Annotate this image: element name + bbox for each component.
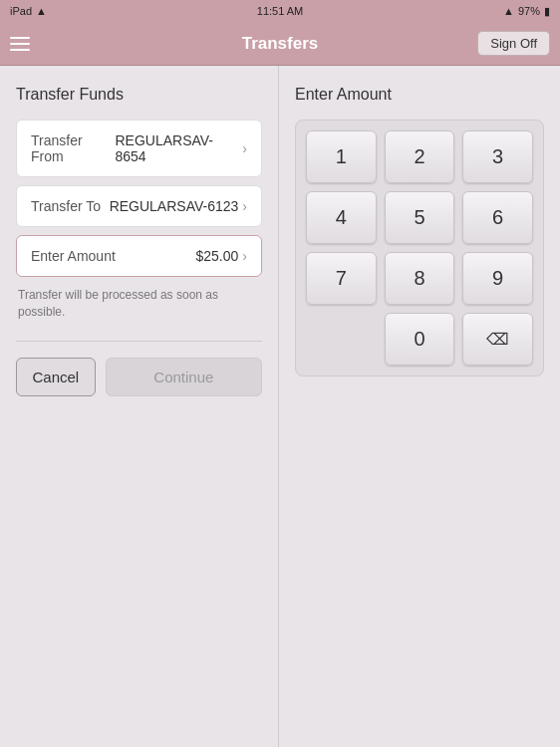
nav-bar: Transfers Sign Off: [0, 22, 560, 66]
key-8[interactable]: 8: [385, 252, 455, 305]
key-5[interactable]: 5: [385, 191, 455, 244]
transfer-from-value: REGULARSAV-8654 ›: [115, 132, 247, 164]
enter-amount-label: Enter Amount: [31, 248, 116, 264]
key-6[interactable]: 6: [462, 191, 533, 244]
key-4[interactable]: 4: [306, 191, 377, 244]
transfer-to-value: REGULARSAV-6123 ›: [110, 198, 247, 214]
key-2[interactable]: 2: [385, 130, 455, 183]
nav-title: Transfers: [242, 34, 319, 54]
enter-amount-field[interactable]: Enter Amount $25.00 ›: [16, 235, 262, 277]
right-panel: Enter Amount 1 2 3 4 5 6 7 8 9 0 ⌫: [279, 66, 560, 747]
divider: [16, 341, 262, 342]
transfer-from-label: Transfer From: [31, 132, 115, 164]
enter-amount-value: $25.00 ›: [196, 248, 248, 264]
battery-label: 97%: [518, 5, 540, 17]
wifi-icon: ▲: [36, 5, 47, 17]
signal-icon: ▲: [503, 5, 514, 17]
main-content: Transfer Funds Transfer From REGULARSAV-…: [0, 66, 560, 747]
status-left: iPad ▲: [10, 5, 47, 17]
menu-icon[interactable]: [10, 37, 30, 51]
key-3[interactable]: 3: [462, 130, 533, 183]
ipad-label: iPad: [10, 5, 32, 17]
status-bar: iPad ▲ 11:51 AM ▲ 97% ▮: [0, 0, 560, 22]
chevron-right-icon-3: ›: [242, 248, 247, 264]
left-panel: Transfer Funds Transfer From REGULARSAV-…: [0, 66, 279, 747]
key-1[interactable]: 1: [306, 130, 377, 183]
transfer-to-field[interactable]: Transfer To REGULARSAV-6123 ›: [16, 185, 262, 227]
status-right: ▲ 97% ▮: [503, 5, 550, 18]
key-9[interactable]: 9: [462, 252, 533, 305]
key-empty: [306, 313, 377, 366]
status-time: 11:51 AM: [257, 5, 303, 17]
chevron-right-icon-2: ›: [242, 198, 247, 214]
transfer-funds-title: Transfer Funds: [16, 86, 262, 104]
key-7[interactable]: 7: [306, 252, 377, 305]
button-row: Cancel Continue: [16, 358, 262, 396]
enter-amount-title: Enter Amount: [295, 86, 544, 104]
nav-right: Sign Off: [477, 31, 550, 56]
keypad: 1 2 3 4 5 6 7 8 9 0 ⌫: [295, 120, 544, 376]
continue-button[interactable]: Continue: [106, 358, 262, 396]
transfer-from-field[interactable]: Transfer From REGULARSAV-8654 ›: [16, 120, 262, 177]
nav-left: [10, 37, 30, 51]
sign-off-button[interactable]: Sign Off: [477, 31, 550, 56]
battery-icon: ▮: [544, 5, 550, 18]
cancel-button[interactable]: Cancel: [16, 358, 96, 396]
hint-text: Transfer will be processed as soon as po…: [16, 287, 262, 321]
key-0[interactable]: 0: [385, 313, 455, 366]
transfer-to-label: Transfer To: [31, 198, 101, 214]
key-backspace[interactable]: ⌫: [462, 313, 533, 366]
chevron-right-icon: ›: [242, 140, 247, 156]
